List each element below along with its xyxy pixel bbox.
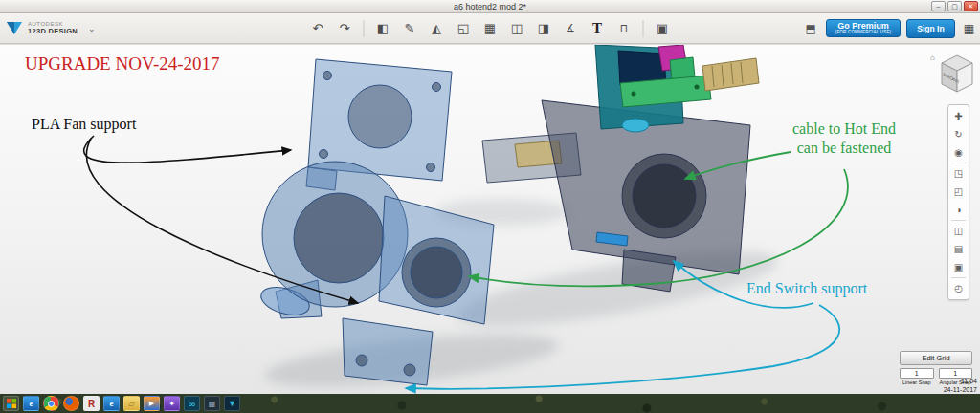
toolbar-separator: [364, 20, 365, 37]
windows-logo-icon: [7, 399, 16, 408]
app-window: a6 hotend2 mod 2* – ▢ ✕ AUTODESK 123D DE…: [0, 0, 980, 413]
sketch-icon[interactable]: ✎: [402, 21, 418, 35]
chrome-icon[interactable]: [43, 396, 59, 411]
windows-taskbar: e R e ▱ ▶ ✦ ∞ ▦ ▼: [0, 394, 980, 413]
app-menu[interactable]: AUTODESK 123D DESIGN ⌄: [0, 20, 96, 36]
hide-show-icon[interactable]: ◫: [948, 222, 969, 240]
go-premium-button[interactable]: Go Premium (FOR COMMERCIAL USE): [826, 19, 902, 37]
minimize-button[interactable]: –: [931, 1, 946, 11]
close-button[interactable]: ✕: [964, 1, 978, 11]
cube-view-icon[interactable]: ⬒: [805, 22, 815, 35]
annotation-cable-line1: cable to Hot End: [773, 120, 915, 139]
system-clock: 11:04 24-11-2017: [944, 377, 977, 394]
text-tool-icon[interactable]: T: [590, 20, 606, 36]
chevron-down-icon[interactable]: ⌄: [88, 24, 96, 33]
primitives-icon[interactable]: ◧: [375, 21, 391, 35]
black-arrow-to-plate: [84, 136, 291, 163]
app-123d-taskbar-icon[interactable]: ▼: [224, 396, 240, 411]
window-controls: – ▢ ✕: [931, 1, 978, 11]
firefox-icon[interactable]: [63, 396, 79, 411]
brand-text: AUTODESK 123D DESIGN: [28, 21, 78, 34]
toolbar-right: ⬒ Go Premium (FOR COMMERCIAL USE) Sign I…: [805, 19, 974, 38]
edit-grid-button[interactable]: Edit Grid: [900, 351, 972, 365]
fit-view-icon[interactable]: ◳: [948, 164, 969, 183]
redo-icon[interactable]: ↷: [337, 21, 353, 35]
view-mode-icon[interactable]: ◰: [948, 183, 969, 201]
clock-date: 24-11-2017: [944, 385, 977, 394]
start-button[interactable]: [3, 396, 19, 411]
undo-icon[interactable]: ↶: [310, 21, 326, 35]
toolbar-separator: [643, 20, 644, 37]
insert-icon[interactable]: ▣: [655, 21, 671, 35]
camera-icon[interactable]: ▣: [948, 258, 969, 276]
window-title: a6 hotend2 mod 2*: [454, 2, 526, 11]
construct-icon[interactable]: ◭: [429, 21, 445, 35]
palette-separator: [951, 163, 966, 163]
maximize-button[interactable]: ▢: [947, 1, 962, 11]
annotation-pla-fan-support: PLA Fan support: [32, 116, 136, 133]
annotation-upgrade: UPGRADE NOV-24-2017: [25, 54, 220, 75]
grouping-icon[interactable]: ◫: [509, 21, 525, 35]
go-premium-sublabel: (FOR COMMERCIAL USE): [835, 31, 892, 35]
settings-icon[interactable]: ◴: [948, 279, 969, 297]
brand-product: 123D DESIGN: [28, 28, 78, 35]
snap-icon[interactable]: ⊓: [616, 22, 633, 34]
main-toolbar: AUTODESK 123D DESIGN ⌄ ↶ ↷ ◧ ✎ ◭ ◱ ▦ ◫ ◨…: [0, 13, 980, 44]
tool-icon-row: ↶ ↷ ◧ ✎ ◭ ◱ ▦ ◫ ◨ ∡ T ⊓ ▣: [310, 20, 671, 37]
apps-grid-icon[interactable]: ▦: [964, 22, 974, 35]
rstudio-icon[interactable]: R: [83, 396, 100, 411]
explorer-icon[interactable]: e: [103, 396, 120, 411]
dark-app-icon[interactable]: ▦: [204, 396, 220, 411]
linear-snap-label: Linear Snap: [900, 380, 934, 385]
sign-in-button[interactable]: Sign In: [906, 19, 954, 38]
folder-icon[interactable]: ▱: [123, 396, 140, 411]
modify-icon[interactable]: ◱: [456, 21, 472, 35]
orbit-icon[interactable]: ↻: [948, 125, 969, 143]
annotation-cable-line2: can be fastened: [773, 139, 915, 158]
combine-icon[interactable]: ◨: [536, 21, 552, 35]
purple-app-icon[interactable]: ✦: [164, 396, 180, 411]
titlebar: a6 hotend2 mod 2* – ▢ ✕: [0, 0, 980, 13]
3d-scene: [0, 45, 980, 394]
media-player-icon[interactable]: ▶: [144, 396, 160, 411]
pattern-icon[interactable]: ▦: [482, 21, 499, 35]
viewport-canvas[interactable]: UPGRADE NOV-24-2017 PLA Fan support cabl…: [0, 45, 980, 394]
clock-time: 11:04: [944, 377, 977, 385]
zoom-icon[interactable]: ◉: [948, 143, 969, 162]
palette-separator: [951, 277, 966, 278]
chrome-dot: [48, 401, 55, 407]
measure-icon[interactable]: ∡: [563, 22, 579, 34]
outline-icon[interactable]: ▤: [948, 240, 969, 258]
navigation-palette: ✚ ↻ ◉ ◳ ◰ ◑ ◫ ▤ ▣ ◴: [947, 104, 969, 300]
infinity-app-icon[interactable]: ∞: [184, 396, 200, 411]
autodesk-123d-logo: [6, 20, 23, 36]
view-cube[interactable]: ⌂ FRONT: [928, 50, 976, 98]
annotation-end-switch-support: End Switch support: [746, 280, 867, 297]
annotation-cable-hot-end: cable to Hot End can be fastened: [773, 120, 915, 158]
linear-snap-input[interactable]: 1: [900, 368, 934, 379]
material-icon[interactable]: ◑: [948, 201, 969, 219]
internet-explorer-icon[interactable]: e: [23, 396, 39, 411]
pan-icon[interactable]: ✚: [948, 107, 969, 125]
palette-separator: [951, 220, 966, 221]
home-icon[interactable]: ⌂: [930, 54, 935, 62]
